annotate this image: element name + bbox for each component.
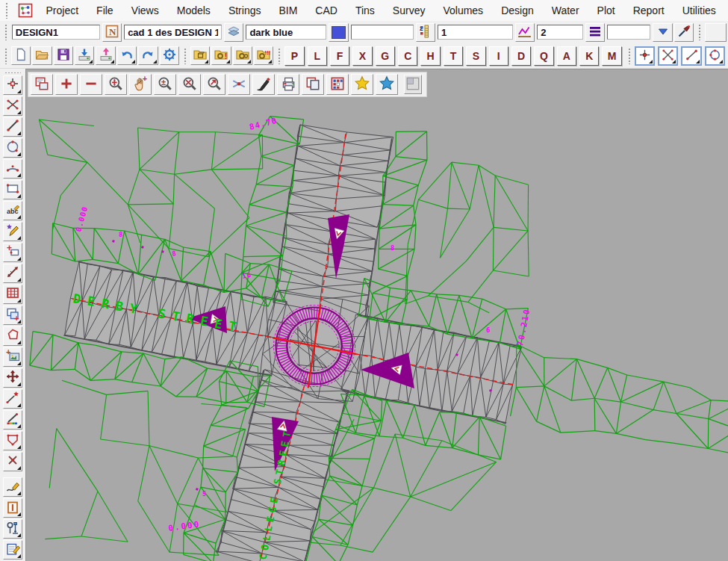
create-text-button[interactable]: abc [3,201,22,220]
view-corner-button[interactable] [404,75,422,94]
insert-image-button[interactable]: + [3,347,22,367]
toolbar-grip[interactable] [4,24,8,40]
cad-text-input[interactable] [124,25,222,40]
clipped-button[interactable] [705,23,727,42]
menu-item-utilities[interactable]: Utilities [682,4,716,16]
weight-input[interactable] [438,25,513,40]
menu-item-strings[interactable]: Strings [228,4,261,16]
linestyle-button[interactable] [585,23,605,42]
folder-gear-button[interactable] [233,46,252,65]
menu-item-project[interactable]: Project [46,4,79,16]
create-circle-button[interactable] [3,138,22,158]
zoom-dynamic-button[interactable] [203,74,225,95]
toolbar-grip[interactable] [4,72,21,73]
menu-item-file[interactable]: File [96,4,113,16]
favourite-star-blue-button[interactable] [376,74,398,95]
layers-button[interactable] [224,23,243,42]
menu-item-water[interactable]: Water [552,4,579,16]
new-document-button[interactable] [11,46,31,65]
toolbar-grip[interactable] [698,24,702,40]
redo-button[interactable] [138,46,158,65]
copy-view-window-button[interactable] [302,74,324,95]
delete-element-button[interactable] [3,452,22,471]
tin-number-input[interactable] [537,25,583,40]
favourite-star-yellow-button[interactable] [351,74,373,95]
menu-item-views[interactable]: Views [131,4,159,16]
folder-gear-alert-button[interactable]: ! [211,46,231,65]
letter-button-g[interactable]: G [376,46,395,66]
letter-button-i[interactable]: I [489,46,508,66]
grid-table-button[interactable] [3,285,22,304]
undo-button[interactable] [117,46,137,65]
toolbar-grip[interactable] [5,2,9,19]
zoom-out-minus-button[interactable] [80,74,102,95]
letter-button-a[interactable]: A [557,46,576,66]
letter-button-p[interactable]: P [284,46,304,66]
toolbar-grip[interactable] [628,48,632,64]
menu-item-report[interactable]: Report [633,4,665,16]
menu-item-design[interactable]: Design [501,4,534,16]
zoom-extents-button[interactable] [105,74,127,95]
view-menu-button[interactable] [31,74,53,95]
letter-button-c[interactable]: C [398,46,417,66]
export-button[interactable] [96,46,115,65]
toolbar-grip[interactable] [184,48,187,64]
model-name-input[interactable] [12,25,100,40]
zoom-in-plus-button[interactable] [55,74,78,95]
redraw-brush-button[interactable] [252,74,275,95]
import-button[interactable] [75,46,94,65]
menu-item-volumes[interactable]: Volumes [443,4,483,16]
freehand-draw-button[interactable] [3,477,22,497]
snap-point-button[interactable] [635,46,655,66]
interface-box-button[interactable]: I [3,498,22,518]
cad-canvas[interactable]: 84.70DERBY STREET70.210COLLEGE STREET0.0… [26,69,728,561]
translate-star-button[interactable] [3,389,22,409]
menu-item-models[interactable]: Models [177,4,211,16]
colour-input[interactable] [246,25,326,40]
menu-item-survey[interactable]: Survey [393,4,426,16]
letter-button-d[interactable]: D [511,46,531,66]
zoom-previous-button[interactable] [178,74,201,95]
height-input[interactable] [351,25,414,40]
letter-button-s[interactable]: S [466,46,485,66]
z-ruler-button[interactable]: z [416,23,435,42]
model-menu-button[interactable]: N [102,23,122,42]
menu-item-bim[interactable]: BIM [279,4,297,16]
open-folder-button[interactable] [32,46,52,65]
create-point-button[interactable] [3,75,22,95]
tin-button[interactable] [515,23,535,42]
toolbar-grip[interactable] [278,48,281,64]
menu-item-tins[interactable]: Tins [355,4,375,16]
colour-line-button[interactable] [3,410,22,430]
folder-3d-button[interactable] [190,46,210,65]
folder-gear-alerts-button[interactable]: !!! [254,46,273,65]
create-rectangle-button[interactable] [3,180,22,199]
settings-gear-button[interactable] [160,46,179,65]
extra-input[interactable] [607,25,650,40]
menu-item-cad[interactable]: CAD [315,4,337,16]
letter-button-m[interactable]: M [602,46,621,66]
snap-cross-button[interactable] [228,74,250,95]
paste-point-button[interactable]: + [3,243,22,262]
pan-hand-button[interactable]: + [129,74,152,95]
plot-printer-button[interactable] [277,74,299,95]
snap-circle-button[interactable] [705,46,725,66]
create-line-button[interactable] [3,117,22,137]
toolbar-grip[interactable] [4,474,21,476]
snap-line-button[interactable] [681,46,701,66]
measure-button[interactable] [3,264,22,283]
zoom-scale-button[interactable]: ± [154,74,176,95]
create-symbol-button[interactable] [3,222,22,241]
survey-instrument-button[interactable] [3,519,22,539]
letter-button-t[interactable]: T [444,46,463,66]
letter-button-l[interactable]: L [308,46,327,66]
eyedropper-button[interactable] [674,23,694,42]
save-button[interactable] [54,46,73,65]
dropdown-button[interactable] [653,23,672,42]
edit-document-button[interactable] [3,540,22,560]
colour-swatch-button[interactable] [329,23,348,42]
letter-button-x[interactable]: X [352,46,372,66]
letter-button-k[interactable]: K [579,46,599,66]
letter-button-f[interactable]: F [330,46,349,66]
create-arc-button[interactable] [3,159,22,179]
